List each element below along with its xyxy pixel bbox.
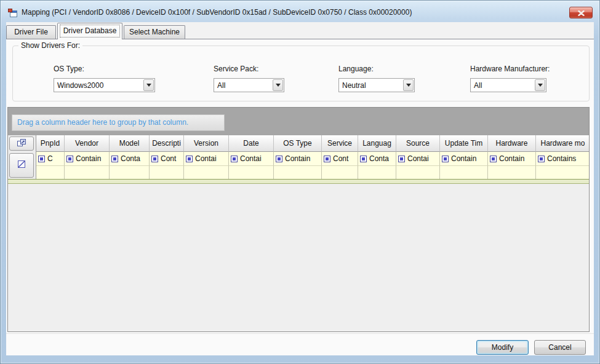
- customize-columns-button[interactable]: [9, 136, 34, 151]
- filter-input-cell-hardware-mo[interactable]: [536, 166, 589, 179]
- filter-input-cell-os-type[interactable]: [274, 166, 322, 179]
- filter-cell-source[interactable]: Contai: [396, 152, 440, 166]
- filter-input-cell-source[interactable]: [396, 166, 440, 179]
- tab-select-machine[interactable]: Select Machine: [124, 25, 185, 39]
- filter-condition-icon[interactable]: [186, 156, 193, 162]
- filter-input-cell-descripti[interactable]: [150, 166, 184, 179]
- hardware-manufacturer-value: All: [474, 81, 482, 90]
- filter-input-cell-model[interactable]: [110, 166, 150, 179]
- filter-condition-icon-inner: [153, 157, 156, 160]
- filter-input-cell-pnpid[interactable]: [36, 166, 65, 179]
- footer-divider: [6, 333, 594, 334]
- filter-condition-icon[interactable]: [38, 156, 45, 162]
- filter-cell-vendor[interactable]: Contain: [65, 152, 110, 166]
- filter-cell-update-tim[interactable]: Contain: [440, 152, 488, 166]
- service-pack-value: All: [217, 81, 225, 90]
- app-icon: [8, 9, 18, 18]
- filter-cell-descripti[interactable]: Cont: [150, 152, 184, 166]
- filter-condition-text: Contain: [451, 154, 476, 163]
- dropdown-arrow-icon[interactable]: [403, 79, 414, 91]
- column-header-pnpid[interactable]: PnpId: [36, 135, 65, 152]
- filter-condition-icon[interactable]: [111, 156, 118, 162]
- filter-input-cell-update-tim[interactable]: [440, 166, 488, 179]
- filter-input-cell-service[interactable]: [322, 166, 358, 179]
- os-type-combo[interactable]: Windows2000: [54, 78, 155, 92]
- service-pack-combo[interactable]: All: [214, 78, 284, 92]
- filter-condition-icon[interactable]: [442, 156, 449, 162]
- filter-condition-icon-inner: [188, 157, 191, 160]
- dropdown-arrow-icon[interactable]: [273, 79, 283, 91]
- dropdown-arrow-icon[interactable]: [143, 79, 154, 91]
- grid-group-panel[interactable]: Drag a column header here to group by th…: [8, 108, 589, 135]
- filter-input-cell-date[interactable]: [229, 166, 274, 179]
- column-header-vendor[interactable]: Vendor: [65, 135, 110, 152]
- groupbox-title: Show Drivers For:: [18, 41, 82, 50]
- chevron-down-icon: [406, 84, 411, 87]
- column-header-languag[interactable]: Languag: [358, 135, 396, 152]
- column-header-service[interactable]: Service: [322, 135, 358, 152]
- clear-filter-button[interactable]: [9, 153, 34, 178]
- filter-input-cell-vendor[interactable]: [65, 166, 110, 179]
- filter-condition-icon[interactable]: [276, 156, 282, 162]
- filter-cell-hardware-mo[interactable]: Contains: [536, 152, 589, 166]
- filter-cell-date[interactable]: Contai: [229, 152, 274, 166]
- filter-cell-service[interactable]: Cont: [322, 152, 358, 166]
- filter-cell-model[interactable]: Conta: [110, 152, 150, 166]
- filter-cell-version[interactable]: Contai: [184, 152, 229, 166]
- hardware-manufacturer-label: Hardware Manufacturer:: [470, 65, 550, 73]
- column-header-date[interactable]: Date: [229, 135, 274, 152]
- filter-condition-icon-inner: [278, 157, 281, 160]
- filter-condition-text: Contain: [499, 154, 524, 163]
- tab-driver-database[interactable]: Driver Database: [57, 23, 122, 39]
- service-pack-label: Service Pack:: [214, 65, 258, 73]
- filter-condition-icon[interactable]: [360, 156, 367, 162]
- column-header-descripti[interactable]: Descripti: [150, 135, 184, 152]
- customize-columns-icon: [17, 138, 26, 149]
- filter-condition-icon-inner: [400, 157, 403, 160]
- filter-input-cell-hardware[interactable]: [488, 166, 536, 179]
- filter-condition-icon[interactable]: [398, 156, 405, 162]
- filter-condition-text: Cont: [161, 154, 176, 163]
- filter-cell-hardware[interactable]: Contain: [488, 152, 536, 166]
- filter-condition-text: Conta: [121, 154, 140, 163]
- filter-cell-pnpid[interactable]: C: [36, 152, 65, 166]
- filter-input-cell-languag[interactable]: [358, 166, 396, 179]
- filter-condition-text: Conta: [369, 154, 389, 163]
- filter-condition-icon[interactable]: [490, 156, 497, 162]
- filter-cell-os-type[interactable]: Contain: [274, 152, 322, 166]
- filter-condition-icon[interactable]: [231, 156, 238, 162]
- column-header-version[interactable]: Version: [184, 135, 229, 152]
- filter-condition-icon[interactable]: [66, 156, 73, 162]
- filter-input-cell-version[interactable]: [184, 166, 229, 179]
- titlebar[interactable]: Mapping (PCI / VendorID 0x8086 / DeviceI…: [1, 1, 599, 22]
- dropdown-arrow-icon[interactable]: [535, 79, 545, 91]
- filter-condition-icon-inner: [540, 157, 543, 160]
- language-combo[interactable]: Neutral: [338, 78, 415, 92]
- modify-button[interactable]: Modify: [476, 340, 529, 355]
- filter-condition-icon[interactable]: [324, 156, 330, 162]
- filter-condition-icon[interactable]: [538, 156, 545, 162]
- filter-condition-icon-inner: [492, 157, 495, 160]
- cancel-button[interactable]: Cancel: [534, 340, 586, 355]
- hardware-manufacturer-combo[interactable]: All: [470, 78, 546, 92]
- column-header-model[interactable]: Model: [110, 135, 150, 152]
- row-indicator-column: [8, 135, 36, 179]
- column-header-update-tim[interactable]: Update Tim: [440, 135, 488, 152]
- column-header-hardware[interactable]: Hardware: [488, 135, 536, 152]
- group-by-hint: Drag a column header here to group by th…: [12, 114, 225, 131]
- column-header-source[interactable]: Source: [396, 135, 440, 152]
- column-header-hardware-mo[interactable]: Hardware mo: [536, 135, 589, 152]
- drivers-grid: Drag a column header here to group by th…: [7, 107, 590, 332]
- tab-focus-rect: Driver Database: [60, 25, 120, 38]
- filter-condition-icon-inner: [113, 157, 116, 160]
- filter-condition-text: Contains: [547, 154, 576, 163]
- grid-columns: PnpIdCVendorContainModelContaDescriptiCo…: [36, 135, 589, 179]
- tab-driver-file[interactable]: Driver File: [6, 25, 56, 39]
- filter-condition-icon[interactable]: [151, 156, 158, 162]
- column-header-os-type[interactable]: OS Type: [274, 135, 322, 152]
- filter-cell-languag[interactable]: Conta: [358, 152, 396, 166]
- chevron-down-icon: [276, 84, 281, 87]
- chevron-down-icon: [146, 84, 151, 87]
- close-button[interactable]: [569, 7, 593, 18]
- grid-empty-body: [8, 184, 589, 331]
